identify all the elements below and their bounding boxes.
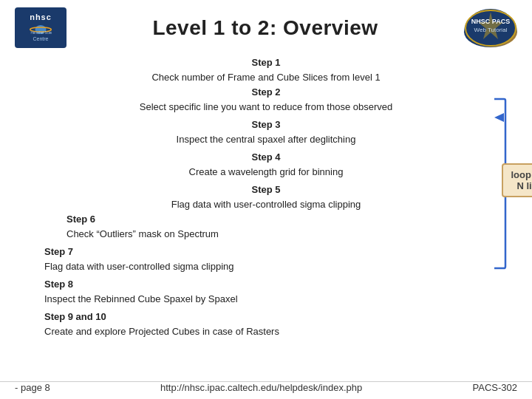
step-5-label: Step 5 xyxy=(251,184,280,195)
step-7-desc: Flag data with user-controlled sigma cli… xyxy=(44,261,234,272)
footer-url[interactable]: http://nhsc.ipac.caltech.edu/helpdesk/in… xyxy=(160,382,362,393)
step-3-block: Step 3 Inspect the central spaxel after … xyxy=(44,117,488,146)
step-2-label: Step 2 xyxy=(251,86,280,98)
step-9-10-label: Step 9 and 10 xyxy=(44,311,106,322)
loop-box: loop over N lines xyxy=(502,163,532,197)
step-2-desc: Select specific line you want to reduce … xyxy=(140,101,393,112)
main-content: Step 1 Check number of Frame and Cube Sl… xyxy=(0,52,532,338)
step-7-block: Step 7 Flag data with user-controlled si… xyxy=(44,245,488,273)
badge-svg: NHSC PACS Web Tutorial xyxy=(464,9,517,47)
svg-text:Herschel Science: Herschel Science xyxy=(31,31,52,35)
logo-planet-icon: Herschel Science xyxy=(30,23,52,36)
step-3-desc: Inspect the central spaxel after deglitc… xyxy=(177,134,356,145)
badge-area: NHSC PACS Web Tutorial xyxy=(464,9,517,47)
page-title: Level 1 to 2: Overview xyxy=(152,16,378,39)
steps-wrapper: Step 1 Check number of Frame and Cube Sl… xyxy=(44,52,488,338)
step-9-10-desc: Create and explore Projected Cubes in ca… xyxy=(44,326,279,337)
title-area: Level 1 to 2: Overview xyxy=(66,16,464,40)
step-4-block: Step 4 Create a wavelength grid for binn… xyxy=(44,150,488,179)
step-8-label: Step 8 xyxy=(44,279,73,290)
svg-text:Web Tutorial: Web Tutorial xyxy=(474,27,508,33)
step-7-label: Step 7 xyxy=(44,246,73,257)
page-container: nhsc Herschel Science Centre Level 1 to … xyxy=(0,0,532,399)
footer-code: PACS-302 xyxy=(473,382,517,393)
footer: - page 8 http://nhsc.ipac.caltech.edu/he… xyxy=(0,381,532,393)
loop-line1: loop over xyxy=(511,169,532,180)
step-2-block: Step 2 Select specific line you want to … xyxy=(44,85,488,114)
svg-marker-9 xyxy=(494,113,504,122)
logo-subtitle-text: Centre xyxy=(33,36,48,42)
loop-line2: N lines xyxy=(516,180,532,191)
logo-nhsc-text: nhsc xyxy=(30,13,52,21)
step-1-block: Step 1 Check number of Frame and Cube Sl… xyxy=(44,55,488,84)
step-9-10-block: Step 9 and 10 Create and explore Project… xyxy=(44,310,488,338)
footer-page: - page 8 xyxy=(15,382,50,393)
step-8-desc: Inspect the Rebinned Cube Spaxel by Spax… xyxy=(44,293,238,304)
step-8-block: Step 8 Inspect the Rebinned Cube Spaxel … xyxy=(44,277,488,306)
nhsc-pacs-badge: NHSC PACS Web Tutorial xyxy=(464,9,517,47)
svg-text:NHSC PACS: NHSC PACS xyxy=(471,18,510,25)
step-6-desc: Check “Outliers” mask on Spectrum xyxy=(66,228,219,239)
step-6-block: Step 6 Check “Outliers” mask on Spectrum xyxy=(44,212,488,241)
nhsc-logo: nhsc Herschel Science Centre xyxy=(15,7,66,48)
step-3-label: Step 3 xyxy=(251,119,280,130)
step-5-block: Step 5 Flag data with user-controlled si… xyxy=(44,183,488,211)
step-5-desc: Flag data with user-controlled sigma cli… xyxy=(171,199,361,210)
step-6-label: Step 6 xyxy=(66,214,95,225)
header: nhsc Herschel Science Centre Level 1 to … xyxy=(0,0,532,51)
step-1-label: Step 1 xyxy=(251,57,280,68)
step-4-desc: Create a wavelength grid for binning xyxy=(189,166,344,177)
step-4-label: Step 4 xyxy=(251,151,280,163)
step-1-desc: Check number of Frame and Cube Slices fr… xyxy=(151,72,380,83)
logo-area: nhsc Herschel Science Centre xyxy=(15,7,66,48)
